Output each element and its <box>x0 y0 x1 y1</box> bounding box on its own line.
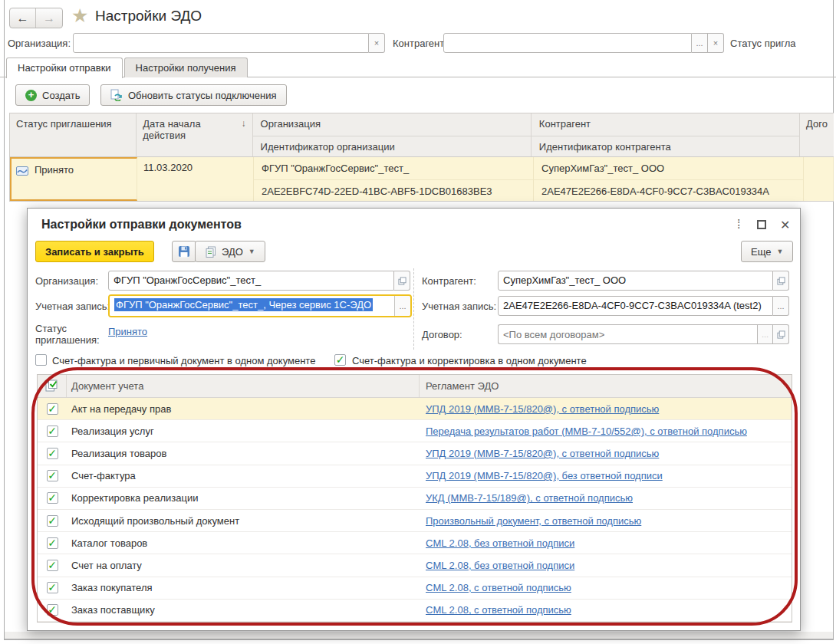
create-button[interactable]: + Создать <box>15 84 90 106</box>
organization-value[interactable]: ФГУП "ОранжГосСервис"_тест_ <box>108 271 394 291</box>
document-row[interactable]: ✓ Реализация услуг Передача результатов … <box>38 420 792 442</box>
document-row[interactable]: ✓ Корректировка реализации УКД (ММВ-7-15… <box>38 488 792 510</box>
forward-button[interactable]: → <box>36 8 62 28</box>
open-organization-button[interactable] <box>394 271 410 291</box>
account-org-field: ФГУП "ОранжГосСервис"_тест_, Через серви… <box>108 294 412 317</box>
column-header-contragent[interactable]: Контрагент Идентификатор контрагента <box>532 113 800 156</box>
regulation-link[interactable]: УПД 2019 (ММВ-7-15/820@), с ответной под… <box>426 448 659 459</box>
invoice-primary-checkbox[interactable] <box>35 354 47 366</box>
documents-rows: ✓ Акт на передачу прав УПД 2019 (ММВ-7-1… <box>38 398 792 622</box>
document-checkbox[interactable]: ✓ <box>47 515 58 527</box>
contragent-select-button[interactable]: ... <box>692 33 708 53</box>
check-icon: ✓ <box>48 605 57 615</box>
open-contract-button[interactable] <box>773 324 789 344</box>
document-name: Акт на передачу прав <box>67 403 420 415</box>
favorite-star-icon[interactable]: ★ <box>71 5 88 27</box>
refresh-statuses-button[interactable]: Обновить статусы подключения <box>100 84 287 106</box>
document-checkbox[interactable]: ✓ <box>47 492 58 504</box>
document-checkbox[interactable]: ✓ <box>47 448 58 459</box>
floppy-icon <box>178 245 190 258</box>
document-row[interactable]: ✓ Акт на передачу прав УПД 2019 (ММВ-7-1… <box>38 398 792 420</box>
regulation-link[interactable]: CML 2.08, с ответной подписью <box>426 582 571 593</box>
contragent-clear-button[interactable]: × <box>708 33 724 53</box>
document-row[interactable]: ✓ Счет на оплату CML 2.08, без ответной … <box>38 554 792 577</box>
regulation-link[interactable]: Передача результатов работ (ММВ-7-10/552… <box>426 426 747 437</box>
document-row[interactable]: ✓ Счет-фактура УПД 2019 (ММВ-7-15/820@),… <box>38 465 792 488</box>
document-row[interactable]: ✓ Исходящий произвольный документ Произв… <box>38 510 792 532</box>
regulation-link[interactable]: УКД (ММВ-7-15/189@), с ответной подписью <box>426 492 633 504</box>
document-checkbox[interactable]: ✓ <box>47 560 58 571</box>
connection-row[interactable]: Принято 11.03.2020 ФГУП "ОранжГосСервис"… <box>9 157 834 202</box>
document-checkbox[interactable]: ✓ <box>47 537 58 549</box>
contract-input[interactable] <box>498 324 757 344</box>
select-all-checkbox[interactable] <box>38 375 67 397</box>
check-icon: ✓ <box>48 404 57 414</box>
tab-bar: Настройки отправки Настройки получения <box>0 58 836 77</box>
plus-icon: + <box>25 90 37 101</box>
invoice-correction-checkbox[interactable]: ✓ <box>334 354 346 366</box>
organization-filter-input[interactable] <box>73 33 369 53</box>
save-and-close-button[interactable]: Записать и закрыть <box>35 241 154 262</box>
dialog-menu-icon[interactable]: ⁞ <box>737 218 740 232</box>
app-window: ← → ★ Настройки ЭДО Организация: × Контр… <box>0 0 836 644</box>
contragent-filter-label: Контрагент: <box>393 38 447 49</box>
contragent-value[interactable]: СуперХимГаз"_тест_ ООО <box>498 271 773 291</box>
more-caret-icon: ▼ <box>776 248 783 255</box>
regulation-link[interactable]: CML 2.08, с ответной подписью <box>426 604 571 616</box>
column-header-status[interactable]: Статус приглашения <box>10 113 137 156</box>
account-org-value[interactable]: ФГУП "ОранжГосСервис"_тест_, Через серви… <box>110 296 394 316</box>
edo-icon <box>205 246 216 258</box>
document-row[interactable]: ✓ Заказ покупателя CML 2.08, с ответной … <box>38 577 792 600</box>
forward-icon: → <box>43 12 55 25</box>
goto-icon <box>777 277 785 285</box>
connection-contract-cell <box>804 157 834 201</box>
back-button[interactable]: ← <box>10 8 36 28</box>
column-header-organization[interactable]: Организация Идентификатор организации <box>253 113 532 156</box>
account-contragent-select-button[interactable]: ... <box>773 296 789 316</box>
maximize-icon[interactable] <box>757 220 766 229</box>
contragent-filter-input[interactable] <box>443 33 692 53</box>
open-contragent-button[interactable] <box>773 271 789 291</box>
connection-status-cell[interactable]: Принято <box>10 157 137 201</box>
document-row[interactable]: ✓ Заказ поставщику CML 2.08, с ответной … <box>38 600 792 622</box>
column-header-document[interactable]: Документ учета <box>67 375 420 397</box>
contract-select-button[interactable]: ... <box>757 324 773 344</box>
connection-organization-id: 2AE2EBFC74D-22ED-41BC-ABF5-1DCB01683BE3 <box>254 179 533 202</box>
edo-caret-icon: ▼ <box>248 248 255 255</box>
account-org-select-button[interactable]: ... <box>394 296 410 316</box>
connection-status: Принято <box>35 164 74 176</box>
tab-send-settings[interactable]: Настройки отправки <box>6 58 123 78</box>
invitation-status-link[interactable]: Принято <box>108 326 147 337</box>
organization-filter-label: Организация: <box>8 38 71 49</box>
regulation-link[interactable]: Произвольный документ, с ответной подпис… <box>426 515 641 527</box>
goto-icon <box>777 330 785 339</box>
regulation-link[interactable]: УПД 2019 (ММВ-7-15/820@), без ответной п… <box>426 470 663 481</box>
tab-receive-settings[interactable]: Настройки получения <box>124 58 248 77</box>
regulation-link[interactable]: УПД 2019 (ММВ-7-15/820@), с ответной под… <box>426 403 659 415</box>
organization-field: ФГУП "ОранжГосСервис"_тест_ <box>108 271 410 291</box>
account-contragent-field-label: Учетная запись: <box>422 301 496 312</box>
regulation-link[interactable]: CML 2.08, без ответной подписи <box>426 537 574 549</box>
document-checkbox[interactable]: ✓ <box>47 604 58 616</box>
back-icon: ← <box>17 12 29 25</box>
column-header-contract[interactable]: Дого <box>800 113 834 156</box>
close-icon[interactable]: ✕ <box>780 218 790 232</box>
document-checkbox[interactable]: ✓ <box>47 582 58 593</box>
account-contragent-value[interactable]: 2AE47E2E266-E8DA-4CF0-9CC7-C3BAC019334A … <box>498 296 773 316</box>
column-header-regulation[interactable]: Регламент ЭДО <box>420 375 792 397</box>
more-button[interactable]: Еще ▼ <box>741 241 793 262</box>
save-button[interactable] <box>172 241 196 262</box>
document-row[interactable]: ✓ Каталог товаров CML 2.08, без ответной… <box>38 532 792 554</box>
document-row[interactable]: ✓ Реализация товаров УПД 2019 (ММВ-7-15/… <box>38 442 792 465</box>
edo-menu-button[interactable]: ЭДО ▼ <box>195 241 265 262</box>
document-name: Каталог товаров <box>67 537 420 549</box>
column-header-date[interactable]: Дата начала действия ↓ <box>137 113 252 156</box>
document-checkbox[interactable]: ✓ <box>47 470 58 481</box>
check-icon: ✓ <box>336 355 345 365</box>
document-checkbox[interactable]: ✓ <box>47 403 58 415</box>
organization-clear-button[interactable]: × <box>369 33 385 53</box>
document-checkbox[interactable]: ✓ <box>47 426 58 437</box>
regulation-link[interactable]: CML 2.08, без ответной подписи <box>426 560 574 571</box>
connection-contragent-id: 2AE47E2E266-E8DA-4CF0-9CC7-C3BAC019334A <box>534 179 803 202</box>
contract-field: ... <box>498 324 789 344</box>
